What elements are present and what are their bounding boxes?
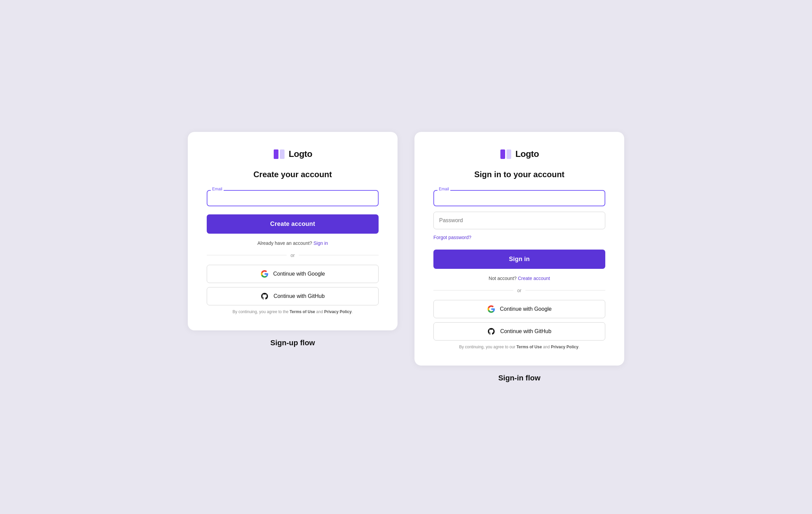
signup-title: Create your account — [207, 170, 379, 179]
signup-divider-line-right — [299, 255, 379, 255]
create-account-button[interactable]: Create account — [207, 214, 379, 234]
signin-email-input[interactable] — [433, 190, 605, 206]
signin-button[interactable]: Sign in — [433, 250, 605, 269]
google-icon-signin — [487, 305, 495, 313]
signup-email-input[interactable] — [207, 190, 379, 206]
signup-divider: or — [207, 253, 379, 258]
signup-card: Logto Create your account Email Create a… — [188, 132, 398, 330]
google-icon — [261, 270, 269, 278]
signup-privacy-link[interactable]: Privacy Policy — [324, 309, 352, 314]
svg-rect-4 — [506, 149, 511, 159]
signin-divider-line-right — [525, 290, 605, 290]
signup-signin-link[interactable]: Sign in — [313, 240, 328, 246]
signin-tos: By continuing, you agree to our Terms of… — [433, 345, 605, 349]
signup-github-button[interactable]: Continue with GitHub — [207, 287, 379, 305]
signup-flow-section: Logto Create your account Email Create a… — [186, 132, 399, 347]
signup-tos: By continuing, you agree to the Terms of… — [207, 309, 379, 314]
signin-divider-line-left — [433, 290, 513, 290]
signup-email-label: Email — [211, 187, 224, 191]
signin-card: Logto Sign in to your account Email Forg… — [414, 132, 624, 366]
page-wrapper: Logto Create your account Email Create a… — [186, 132, 626, 382]
signin-email-label: Email — [437, 187, 450, 191]
signup-divider-line-left — [207, 255, 287, 255]
signin-email-group: Email — [433, 190, 605, 206]
signin-flow-section: Logto Sign in to your account Email Forg… — [413, 132, 626, 382]
signin-github-button[interactable]: Continue with GitHub — [433, 322, 605, 341]
svg-rect-3 — [500, 149, 505, 159]
logto-logo-icon-signin — [500, 148, 512, 160]
signup-google-button[interactable]: Continue with Google — [207, 265, 379, 283]
signin-github-label: Continue with GitHub — [500, 328, 551, 334]
forgot-password-link[interactable]: Forgot password? — [433, 235, 605, 240]
signin-google-button[interactable]: Continue with Google — [433, 300, 605, 318]
signin-tos-link[interactable]: Terms of Use — [516, 345, 542, 349]
signin-logo-text: Logto — [515, 149, 539, 159]
signup-google-label: Continue with Google — [273, 271, 325, 277]
signin-no-account-prompt: Not account? Create account — [433, 276, 605, 281]
signup-signin-prompt: Already have an account? Sign in — [207, 240, 379, 246]
signin-divider-text: or — [517, 288, 521, 293]
logto-logo-icon — [273, 148, 285, 160]
signin-google-label: Continue with Google — [500, 306, 552, 312]
signup-divider-text: or — [291, 253, 295, 258]
signup-logo-text: Logto — [289, 149, 312, 159]
signup-github-label: Continue with GitHub — [273, 293, 324, 299]
signin-password-input[interactable] — [433, 212, 605, 229]
signin-password-group — [433, 212, 605, 229]
github-icon — [261, 292, 269, 300]
signin-logo-area: Logto — [433, 148, 605, 160]
svg-rect-1 — [280, 149, 285, 159]
signup-flow-label: Sign-up flow — [270, 338, 315, 347]
signup-logo-area: Logto — [207, 148, 379, 160]
signin-divider: or — [433, 288, 605, 293]
signin-flow-label: Sign-in flow — [498, 374, 541, 382]
signin-privacy-link[interactable]: Privacy Policy — [551, 345, 578, 349]
signup-tos-link[interactable]: Terms of Use — [290, 309, 315, 314]
svg-rect-2 — [274, 149, 278, 159]
signin-title: Sign in to your account — [433, 170, 605, 179]
signin-create-link[interactable]: Create account — [518, 276, 550, 281]
signup-email-group: Email — [207, 190, 379, 206]
github-icon-signin — [487, 327, 495, 335]
